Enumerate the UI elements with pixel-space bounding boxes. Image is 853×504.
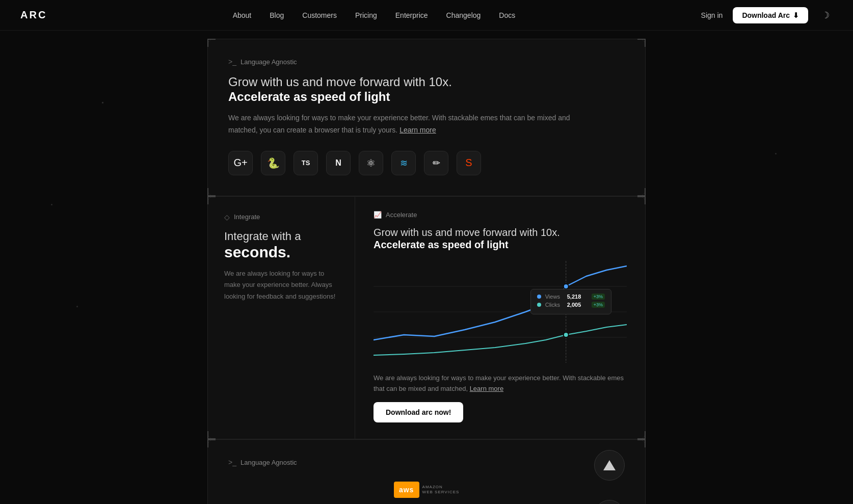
top-card-title-normal: Grow with us and move forward with 10x.	[228, 75, 452, 89]
accelerate-bracket-tr	[637, 196, 646, 204]
nav-links: About Blog Customers Pricing Enterprice …	[233, 11, 516, 19]
bottom-card: >_ Language Agnostic aws AMAZON WEB SERV…	[207, 439, 646, 504]
bottom-card-label: >_ Language Agnostic	[228, 458, 625, 466]
chart-icon: 📈	[374, 211, 382, 219]
nav-pricing[interactable]: Pricing	[355, 11, 377, 19]
top-card-label-text: Language Agnostic	[241, 58, 297, 66]
views-label: Views	[545, 294, 563, 300]
accelerate-label: 📈 Accelerate	[374, 211, 627, 219]
clicks-dot	[537, 303, 541, 307]
cards-container: >_ Language Agnostic Grow with us and mo…	[0, 35, 853, 504]
nav-enterprise[interactable]: Enterprice	[395, 11, 428, 19]
svg-point-5	[564, 332, 569, 337]
integrate-title-bold: seconds.	[224, 244, 338, 261]
acc-title-normal: Grow with us and move forward with 10x.	[374, 227, 560, 238]
accelerate-description: We are always looking for ways to make y…	[374, 373, 627, 394]
aws-logo: aws AMAZON WEB SERVICES	[394, 482, 460, 498]
aws-sub-text: AMAZON WEB SERVICES	[422, 485, 460, 495]
accelerate-bracket-br	[637, 431, 646, 439]
integrate-bracket-bl	[207, 431, 216, 439]
triangle-shape	[603, 460, 616, 470]
tech-icon-gplus: G+	[228, 151, 253, 175]
bracket-br	[637, 188, 646, 196]
accelerate-label-text: Accelerate	[386, 211, 417, 219]
tech-icon-python: 🐍	[261, 151, 285, 175]
top-card: >_ Language Agnostic Grow with us and mo…	[207, 39, 646, 196]
triangle-icon-wrapper	[594, 450, 625, 481]
aws-wrapper: aws AMAZON WEB SERVICES	[394, 482, 460, 498]
top-learn-more-link[interactable]: Learn more	[399, 126, 436, 134]
top-card-label: >_ Language Agnostic	[228, 58, 625, 66]
main-content: >_ Language Agnostic Grow with us and mo…	[0, 0, 853, 504]
nav-right: Sign in Download Arc ⬇ ☽	[701, 7, 833, 23]
download-arc-now-button[interactable]: Download arc now!	[374, 402, 463, 422]
accelerate-card: 📈 Accelerate Grow with us and move forwa…	[355, 196, 646, 440]
views-badge: +3%	[592, 294, 605, 300]
views-dot	[537, 295, 541, 299]
integrate-description: We are always looking for ways to make y…	[224, 268, 338, 302]
triangle-icon	[594, 450, 625, 481]
aws-badge: aws	[394, 482, 419, 498]
nav-customers[interactable]: Customers	[302, 11, 337, 19]
bracket-tl	[207, 39, 216, 47]
nav-about[interactable]: About	[233, 11, 252, 19]
terminal-icon: >_	[228, 58, 236, 66]
integrate-card-label: ◇ Integrate	[224, 213, 338, 221]
aws-text: aws	[399, 486, 414, 494]
tech-icon-next: N	[326, 151, 351, 175]
tech-icon-tailwind: ≋	[391, 151, 416, 175]
top-card-description: We are always looking for ways to make y…	[228, 112, 595, 137]
bottom-terminal-icon: >_	[228, 458, 236, 466]
top-card-title: Grow with us and move forward with 10x. …	[228, 74, 625, 104]
bottom-logos: aws AMAZON WEB SERVICES	[228, 482, 625, 498]
accelerate-title: Grow with us and move forward with 10x. …	[374, 226, 627, 251]
views-value: 5,218	[567, 294, 588, 300]
tech-icon-svelte: S	[457, 151, 481, 175]
clicks-value: 2,005	[567, 302, 588, 308]
tech-icon-editor: ✏	[424, 151, 448, 175]
logo[interactable]: ARC	[20, 9, 47, 21]
tech-icon-typescript: TS	[294, 151, 318, 175]
bracket-bl	[207, 188, 216, 196]
integrate-bracket-tl	[207, 196, 216, 204]
tech-icons-row: G+ 🐍 TS N ⚛ ≋ ✏ S	[228, 151, 625, 175]
lightning-icon-wrapper: ⚡	[594, 500, 625, 504]
bottom-bracket-tl	[207, 439, 216, 447]
svg-point-4	[564, 284, 569, 289]
integrate-title: Integrate with a seconds.	[224, 229, 338, 261]
chart-area: Views 5,218 +3% Clicks 2,005 +3%	[374, 261, 627, 363]
bottom-label-text: Language Agnostic	[241, 459, 297, 466]
integrate-title-normal: Integrate with a	[224, 230, 301, 243]
integrate-card: ◇ Integrate Integrate with a seconds. We…	[207, 196, 355, 440]
bottom-bracket-tr	[637, 439, 646, 447]
acc-title-bold: Accelerate as speed of light	[374, 239, 627, 251]
integrate-label-text: Integrate	[234, 213, 260, 221]
chart-tooltip: Views 5,218 +3% Clicks 2,005 +3%	[530, 289, 611, 314]
sign-in-link[interactable]: Sign in	[701, 11, 723, 19]
clicks-badge: +3%	[592, 302, 605, 308]
navbar: ARC About Blog Customers Pricing Enterpr…	[0, 0, 853, 31]
clicks-label: Clicks	[545, 302, 563, 308]
nav-changelog[interactable]: Changelog	[446, 11, 481, 19]
middle-cards: ◇ Integrate Integrate with a seconds. We…	[207, 196, 646, 440]
nav-blog[interactable]: Blog	[270, 11, 284, 19]
nav-docs[interactable]: Docs	[499, 11, 515, 19]
tooltip-clicks-row: Clicks 2,005 +3%	[537, 302, 605, 308]
bracket-tr	[637, 39, 646, 47]
integrate-icon: ◇	[224, 213, 230, 221]
acc-learn-more-link[interactable]: Learn more	[470, 385, 503, 392]
theme-toggle-button[interactable]: ☽	[818, 8, 833, 22]
lightning-icon: ⚡	[594, 500, 625, 504]
download-arc-button[interactable]: Download Arc ⬇	[733, 7, 808, 23]
top-card-title-bold: Accelerate as speed of light	[228, 90, 625, 104]
tooltip-views-row: Views 5,218 +3%	[537, 294, 605, 300]
tech-icon-react: ⚛	[359, 151, 383, 175]
